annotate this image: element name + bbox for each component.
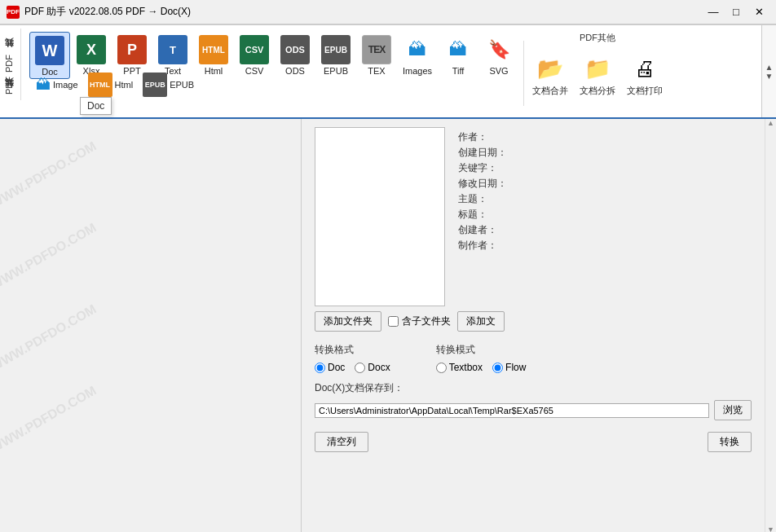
clear-button[interactable]: 清空列	[315, 432, 368, 452]
csv-label: CSV	[245, 66, 264, 76]
mode-flow-radio[interactable]	[492, 363, 503, 373]
other-to-pdf-icons: 🏔 Image HTML Html EPUB EPUB	[33, 71, 197, 99]
svg-label: SVG	[489, 66, 508, 76]
merge-icon: 📂	[534, 52, 567, 85]
split-label: 文档分拆	[580, 85, 615, 97]
format-mode-row: 转换格式 Doc Docx 转换模式	[315, 343, 752, 373]
mode-flow-option[interactable]: Flow	[492, 362, 526, 373]
ribbon-item-split[interactable]: 📁 文档分拆	[576, 51, 619, 99]
watermark-1: WWW.PDFDO.COM	[0, 139, 99, 212]
close-button[interactable]: ✕	[748, 4, 769, 20]
meta-modified-row: 修改日期：	[458, 177, 752, 191]
subfolder-checkbox[interactable]	[388, 316, 399, 327]
ribbon-item-html[interactable]: HTML Html	[194, 32, 233, 77]
format-doc-label: Doc	[328, 362, 345, 373]
ribbon-scroll-arrow[interactable]: ▲ ▼	[761, 25, 776, 117]
path-input-row: 浏览	[315, 400, 752, 420]
app-title: PDF 助手 v2022.08.05 PDF → Doc(X)	[24, 5, 191, 19]
left-panel: WWW.PDFDO.COM WWW.PDFDO.COM WWW.PDFDO.CO…	[0, 119, 302, 532]
path-label: Doc(X)文档保存到：	[315, 382, 403, 394]
meta-created-row: 创建日期：	[458, 146, 752, 160]
format-group-label: 转换格式	[315, 343, 390, 357]
mode-textbox-radio[interactable]	[436, 363, 447, 373]
ribbon-item-tex[interactable]: TEX TEX	[357, 32, 396, 77]
ribbon-item-merge[interactable]: 📂 文档合并	[529, 51, 571, 99]
text-icon: T	[157, 33, 189, 66]
format-doc-option[interactable]: Doc	[315, 362, 345, 373]
subfolder-checkbox-row: 含子文件夹	[388, 314, 451, 328]
ribbon-item-images[interactable]: 🏔 Images	[398, 32, 437, 77]
preview-area	[315, 127, 445, 306]
epub-label: EPUB	[324, 66, 348, 76]
browse-button[interactable]: 浏览	[714, 400, 752, 420]
meta-title-row: 标题：	[458, 208, 752, 222]
other-to-pdf-label: 其他转PDF	[3, 71, 21, 100]
ribbon-item-tiff[interactable]: 🏔 Tiff	[439, 32, 478, 77]
add-folder-button[interactable]: 添加文件夹	[315, 311, 381, 332]
doc-icon: W	[33, 34, 66, 67]
ribbon-item-svg[interactable]: 🔖 SVG	[479, 32, 518, 77]
watermark-4: WWW.PDFDO.COM	[0, 384, 99, 456]
ribbon-item-ods[interactable]: ODS ODS	[276, 32, 315, 77]
ribbon-item-print[interactable]: 🖨 文档打印	[624, 51, 666, 99]
bottom-buttons: 清空列 转换	[315, 432, 752, 452]
pdf-other-section: PDF其他 📂 文档合并 📁 文档分拆	[529, 32, 666, 99]
right-scrollbar[interactable]: ▲ ▼	[765, 119, 776, 532]
print-label: 文档打印	[627, 85, 663, 97]
mode-textbox-label: Textbox	[449, 362, 483, 373]
html-topdf-label: Html	[115, 80, 134, 90]
ods-label: ODS	[285, 66, 305, 76]
subfolder-label: 含子文件夹	[402, 314, 451, 328]
tiff-icon: 🏔	[442, 33, 474, 66]
epub-topdf-label: EPUB	[170, 80, 194, 90]
html-topdf-icon: HTML	[88, 73, 112, 97]
meta-producer-label: 制作者：	[458, 239, 503, 253]
watermark-2: WWW.PDFDO.COM	[0, 221, 99, 293]
mode-flow-label: Flow	[505, 362, 526, 373]
format-docx-option[interactable]: Docx	[355, 362, 390, 373]
epub-topdf-icon: EPUB	[143, 73, 167, 97]
ribbon-item-image-topdf[interactable]: 🏔 Image	[33, 75, 82, 95]
html-label: Html	[205, 66, 223, 76]
meta-author-row: 作者：	[458, 130, 752, 144]
images-icon: 🏔	[401, 33, 434, 66]
meta-title-label: 标题：	[458, 208, 503, 222]
ribbon-item-epub-topdf[interactable]: EPUB EPUB	[139, 71, 197, 99]
path-label-row: Doc(X)文档保存到：	[315, 381, 752, 395]
convert-button[interactable]: 转换	[708, 432, 752, 452]
ribbon: PDF转其他 W Doc X Xlsx P	[0, 24, 776, 119]
xlsx-icon: X	[75, 33, 108, 66]
mode-group: 转换模式 Textbox Flow	[436, 343, 527, 373]
top-area: 作者： 创建日期： 关键字： 修改日期： 主题：	[315, 127, 752, 306]
merge-label: 文档合并	[532, 85, 568, 97]
meta-keywords-label: 关键字：	[458, 161, 503, 175]
meta-created-label: 创建日期：	[458, 146, 507, 160]
format-docx-label: Docx	[368, 362, 390, 373]
format-docx-radio[interactable]	[355, 363, 365, 373]
svg-icon: 🔖	[483, 33, 515, 66]
ribbon-item-epub[interactable]: EPUB EPUB	[316, 32, 355, 77]
ribbon-item-html-topdf[interactable]: HTML Html	[85, 71, 137, 99]
title-bar: PDF PDF 助手 v2022.08.05 PDF → Doc(X) — □ …	[0, 0, 776, 24]
image-topdf-icon: 🏔	[36, 77, 51, 94]
minimize-button[interactable]: —	[703, 4, 724, 20]
path-input[interactable]	[315, 403, 709, 418]
tiff-label: Tiff	[452, 66, 465, 76]
mode-group-label: 转换模式	[436, 343, 527, 357]
add-file-button[interactable]: 添加文	[457, 311, 505, 332]
main-container: WWW.PDFDO.COM WWW.PDFDO.COM WWW.PDFDO.CO…	[0, 119, 776, 532]
add-controls-row: 添加文件夹 含子文件夹 添加文	[315, 311, 752, 332]
csv-icon: CSV	[238, 33, 271, 66]
meta-subject-label: 主题：	[458, 192, 503, 206]
tex-icon: TEX	[360, 33, 393, 66]
pdf-other-icons: 📂 文档合并 📁 文档分拆 🖨	[529, 51, 666, 99]
ribbon-item-csv[interactable]: CSV CSV	[235, 32, 274, 77]
watermark-3: WWW.PDFDO.COM	[0, 302, 99, 375]
format-doc-radio[interactable]	[315, 363, 325, 373]
meta-author-label: 作者：	[458, 130, 503, 144]
mode-textbox-option[interactable]: Textbox	[436, 362, 483, 373]
maximize-button[interactable]: □	[725, 4, 747, 20]
doc-tooltip: Doc	[80, 97, 112, 115]
ribbon-content: PDF转其他 W Doc X Xlsx P	[0, 24, 776, 117]
images-label: Images	[403, 66, 432, 76]
